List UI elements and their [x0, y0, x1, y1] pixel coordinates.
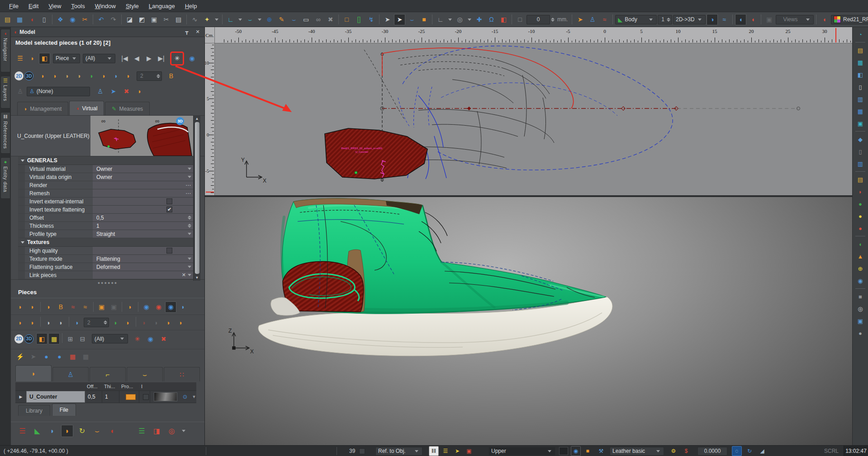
row-invert-cell[interactable]	[139, 391, 150, 403]
sidebar-tab-entity-data[interactable]: ● Entity data	[0, 157, 10, 199]
row-caret-icon[interactable]: ▼	[189, 391, 196, 403]
checkbox[interactable]	[166, 248, 172, 254]
property-value[interactable]: Straight	[93, 230, 193, 238]
price-shoe-icon[interactable]: $	[681, 446, 691, 456]
sidebar-tab-references[interactable]: ‖‖ References	[0, 112, 10, 154]
pc-group-icon[interactable]: B	[55, 301, 66, 313]
body-dropdown[interactable]: ◣ Body	[615, 15, 657, 24]
piece-extract-icon[interactable]: ◗	[74, 71, 85, 82]
pc-append-icon[interactable]: ◗	[175, 317, 186, 328]
piece-edit-icon[interactable]: ◗	[27, 53, 38, 64]
measure-value-box[interactable]: 0.0000	[697, 446, 727, 456]
last-green-icon[interactable]: ◖	[855, 239, 866, 249]
paste-icon[interactable]: ▤	[173, 14, 184, 25]
target-yellow-icon[interactable]: ⊕	[855, 263, 866, 274]
pin-button[interactable]: ┳	[183, 29, 191, 35]
tab-file[interactable]: File	[52, 404, 76, 416]
all-filter-dropdown[interactable]: (All)	[83, 54, 115, 63]
save-file-icon[interactable]: ▦	[14, 14, 25, 25]
property-value[interactable]	[93, 247, 193, 254]
views-folder-icon[interactable]: ▤	[855, 45, 866, 56]
chevron-down-icon[interactable]	[188, 266, 191, 268]
dot-gray-icon[interactable]: ●	[855, 328, 866, 338]
pc-trim-icon[interactable]: ◗	[163, 317, 174, 328]
chevron-down-icon[interactable]	[188, 233, 191, 235]
checkbox[interactable]: ✔	[166, 207, 172, 212]
clear-icon[interactable]: ✕	[182, 272, 186, 278]
offset-stepper[interactable]	[551, 18, 555, 22]
property-value[interactable]: ✔	[93, 206, 193, 213]
sketch-pencil-icon[interactable]: ✎	[276, 14, 287, 25]
panel-splitter[interactable]: ●●●●●●	[11, 279, 204, 286]
pc-grid-icon[interactable]: ▦	[48, 333, 60, 344]
style-palette-icon[interactable]	[121, 425, 133, 437]
pc-join-icon[interactable]: ≈	[80, 301, 91, 313]
tab-pieces[interactable]: ◗	[15, 365, 52, 381]
split-view-icon[interactable]: ◧	[855, 69, 866, 80]
orbit-view-icon[interactable]: ◔	[855, 29, 866, 40]
dotted-select-icon[interactable]: ◌	[732, 446, 742, 456]
line-add-shoe-icon[interactable]: ◖	[819, 14, 830, 25]
piece-preview-image[interactable]: ∞ ∞ 3D	[90, 116, 193, 156]
scale-tool-icon[interactable]: ◧	[498, 14, 509, 25]
red-select-box-icon[interactable]: ▣	[464, 446, 474, 456]
pc-remove-icon[interactable]: ◗	[27, 301, 38, 313]
copy-icon[interactable]: ▣	[148, 14, 160, 25]
preview-eye-icon[interactable]: ◉	[186, 53, 198, 64]
piece-current-icon[interactable]: ◗	[61, 425, 73, 437]
piece-add-icon[interactable]: ◗	[37, 71, 48, 82]
menu-tools[interactable]: Tools	[66, 1, 89, 11]
measure-ruler-icon[interactable]: ▭	[300, 14, 312, 25]
property-value[interactable]: Owner	[93, 165, 193, 173]
piece-browser-icon[interactable]: ◗	[855, 186, 866, 197]
pieces-stack-list-icon[interactable]: ☰	[14, 53, 26, 64]
tab-stitches[interactable]: ⌐	[90, 367, 126, 381]
person-apply-icon[interactable]: ♙	[95, 86, 106, 97]
pc-minus-icon[interactable]: ⊟	[77, 333, 88, 344]
render-yellow-icon[interactable]: ●	[855, 211, 866, 221]
pieces-filter-dropdown[interactable]: Pieces	[53, 54, 80, 63]
tab-soles[interactable]: ⌣	[127, 367, 163, 381]
wedge-orange-icon[interactable]: ▲	[855, 251, 866, 262]
page-view-icon[interactable]: ▯	[855, 81, 866, 92]
capture-view-icon[interactable]: ▣	[764, 14, 775, 25]
pieces-stack-icon[interactable]: ≈	[719, 14, 730, 25]
chevron-down-icon[interactable]	[468, 19, 471, 21]
row-eye-icon[interactable]: ⊙	[178, 391, 189, 403]
mode-2d3d-toggle-icon[interactable]: ◑	[707, 14, 718, 25]
measure-auto-icon[interactable]: ⚡	[14, 351, 26, 362]
sidebar-tab-layers[interactable]: ☰ Layers	[0, 76, 10, 108]
render-camera-icon[interactable]: ◎	[166, 425, 178, 437]
pc-invisible-icon[interactable]: ✖	[158, 333, 169, 344]
chevron-down-icon[interactable]	[188, 274, 191, 276]
viewport-3d[interactable]: Z X	[205, 197, 852, 445]
property-value[interactable]: ✕	[93, 271, 193, 279]
row-add-icon[interactable]: ▦	[67, 351, 78, 362]
invert-checkbox[interactable]	[143, 394, 149, 400]
section-collapse-icon[interactable]	[21, 160, 24, 162]
piece-layer-add-icon[interactable]: ◗	[110, 71, 122, 82]
section-generals[interactable]: GENERALS	[18, 156, 193, 165]
pc-panel-icon[interactable]: ◧	[36, 333, 47, 344]
point-target-icon[interactable]: ⊕	[264, 14, 275, 25]
chevron-down-icon[interactable]	[182, 430, 185, 432]
move-tool-icon[interactable]: ✚	[474, 14, 485, 25]
menu-view[interactable]: View	[44, 1, 66, 11]
monitor-view-icon[interactable]: ▣	[855, 118, 866, 129]
ellipsis-button[interactable]: ⋯	[185, 182, 191, 188]
open-file-icon[interactable]: ▤	[2, 14, 13, 25]
doc-view-icon[interactable]: ▯	[855, 146, 866, 157]
pc-transform-icon[interactable]: ◗	[122, 317, 133, 328]
counter-piece-2d[interactable]	[325, 128, 427, 179]
light-new-icon[interactable]: ✦	[201, 14, 213, 25]
property-value[interactable]: Deformed	[93, 263, 193, 271]
badge-2d-toggle[interactable]: 2D	[14, 71, 24, 80]
chevron-down-icon[interactable]	[188, 168, 191, 170]
row-thickness-value[interactable]: 1	[102, 391, 119, 403]
chevron-down-icon[interactable]	[258, 19, 261, 21]
table-view-icon[interactable]: ▥	[855, 94, 866, 104]
pieces-all-dropdown[interactable]: (All)	[92, 334, 128, 343]
last-new-icon[interactable]: ◣	[31, 425, 43, 437]
piece-pair-icon[interactable]: ◗	[46, 425, 58, 437]
pc-show-count-icon[interactable]: ◉	[141, 301, 152, 313]
